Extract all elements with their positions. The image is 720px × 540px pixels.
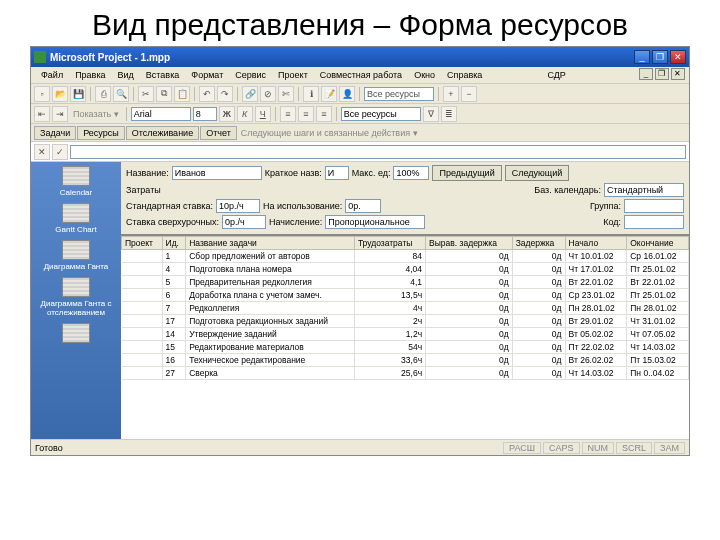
table-cell[interactable]: 0д bbox=[426, 250, 513, 263]
table-cell[interactable] bbox=[122, 263, 163, 276]
table-row[interactable]: 17Подготовка редакционных заданий2ч0д0дВ… bbox=[122, 315, 689, 328]
table-cell[interactable] bbox=[122, 250, 163, 263]
code-input[interactable] bbox=[624, 215, 684, 229]
doc-minimize-button[interactable]: _ bbox=[639, 68, 653, 80]
table-cell[interactable]: Сверка bbox=[186, 367, 355, 380]
align-right-icon[interactable]: ≡ bbox=[316, 106, 332, 122]
table-row[interactable]: 4Подготовка плана номера4,040д0дЧт 17.01… bbox=[122, 263, 689, 276]
task-grid[interactable]: ПроектИд.Название задачиТрудозатратыВыра… bbox=[121, 236, 689, 439]
table-cell[interactable]: 17 bbox=[162, 315, 186, 328]
table-cell[interactable]: 54ч bbox=[354, 341, 425, 354]
sidebar-item-gantt-ru[interactable]: Диаграмма Ганта bbox=[44, 240, 109, 271]
zoom-in-icon[interactable]: + bbox=[443, 86, 459, 102]
table-cell[interactable]: 1,2ч bbox=[354, 328, 425, 341]
table-cell[interactable] bbox=[122, 315, 163, 328]
table-cell[interactable]: Пт 15.03.02 bbox=[627, 354, 689, 367]
table-cell[interactable]: Пт 22.02.02 bbox=[565, 341, 627, 354]
table-cell[interactable]: 27 bbox=[162, 367, 186, 380]
table-cell[interactable]: Пн 28.01.02 bbox=[565, 302, 627, 315]
close-button[interactable]: ✕ bbox=[670, 50, 686, 64]
bold-icon[interactable]: Ж bbox=[219, 106, 235, 122]
table-cell[interactable]: 1 bbox=[162, 250, 186, 263]
column-header[interactable]: Окончание bbox=[627, 237, 689, 250]
filter-icon[interactable]: ∇ bbox=[423, 106, 439, 122]
prev-button[interactable]: Предыдущий bbox=[432, 165, 501, 181]
menu-tools[interactable]: Сервис bbox=[229, 68, 272, 82]
table-cell[interactable]: Техническое редактирование bbox=[186, 354, 355, 367]
table-row[interactable]: 15Редактирование материалов54ч0д0дПт 22.… bbox=[122, 341, 689, 354]
table-cell[interactable]: Вт 22.01.02 bbox=[627, 276, 689, 289]
table-cell[interactable] bbox=[122, 367, 163, 380]
sidebar-item-calendar[interactable]: Calendar bbox=[60, 166, 92, 197]
table-cell[interactable]: Пт 25.01.02 bbox=[627, 263, 689, 276]
minimize-button[interactable]: _ bbox=[634, 50, 650, 64]
table-cell[interactable]: 5 bbox=[162, 276, 186, 289]
font-size-input[interactable] bbox=[193, 107, 217, 121]
info-icon[interactable]: ℹ bbox=[303, 86, 319, 102]
table-cell[interactable]: Чт 31.01.02 bbox=[627, 315, 689, 328]
cancel-entry-icon[interactable]: ✕ bbox=[34, 144, 50, 160]
align-left-icon[interactable]: ≡ bbox=[280, 106, 296, 122]
table-cell[interactable]: 0д bbox=[426, 302, 513, 315]
menu-project[interactable]: Проект bbox=[272, 68, 314, 82]
table-cell[interactable]: Пн 0..04.02 bbox=[627, 367, 689, 380]
column-header[interactable]: Задержка bbox=[512, 237, 565, 250]
table-cell[interactable]: 0д bbox=[512, 302, 565, 315]
filter-input[interactable] bbox=[341, 107, 421, 121]
table-cell[interactable]: Чт 14.03.02 bbox=[565, 367, 627, 380]
tabs-hint[interactable]: Следующие шаги и связанные действия ▾ bbox=[238, 128, 421, 138]
table-cell[interactable]: 0д bbox=[512, 367, 565, 380]
table-cell[interactable]: 0д bbox=[512, 276, 565, 289]
tab-report[interactable]: Отчет bbox=[200, 126, 237, 140]
table-cell[interactable]: 0д bbox=[426, 289, 513, 302]
table-row[interactable]: 27Сверка25,6ч0д0дЧт 14.03.02Пн 0..04.02 bbox=[122, 367, 689, 380]
table-cell[interactable]: 4 bbox=[162, 263, 186, 276]
table-cell[interactable]: 16 bbox=[162, 354, 186, 367]
table-cell[interactable]: Утверждение заданий bbox=[186, 328, 355, 341]
table-cell[interactable]: Пт 25.01.02 bbox=[627, 289, 689, 302]
table-cell[interactable]: 4,04 bbox=[354, 263, 425, 276]
paste-icon[interactable]: 📋 bbox=[174, 86, 190, 102]
next-button[interactable]: Следующий bbox=[505, 165, 570, 181]
table-cell[interactable]: Пн 28.01.02 bbox=[627, 302, 689, 315]
table-cell[interactable]: Подготовка редакционных заданий bbox=[186, 315, 355, 328]
column-header[interactable]: Ид. bbox=[162, 237, 186, 250]
table-cell[interactable]: 84 bbox=[354, 250, 425, 263]
menu-edit[interactable]: Правка bbox=[69, 68, 111, 82]
column-header[interactable]: Проект bbox=[122, 237, 163, 250]
table-cell[interactable]: 0д bbox=[426, 263, 513, 276]
table-cell[interactable]: Чт 10.01.02 bbox=[565, 250, 627, 263]
table-cell[interactable]: 0д bbox=[426, 354, 513, 367]
save-icon[interactable]: 💾 bbox=[70, 86, 86, 102]
max-input[interactable] bbox=[393, 166, 429, 180]
table-cell[interactable]: 0д bbox=[426, 328, 513, 341]
short-input[interactable] bbox=[325, 166, 349, 180]
table-cell[interactable]: Предварительная редколлегия bbox=[186, 276, 355, 289]
unlink-icon[interactable]: ⊘ bbox=[260, 86, 276, 102]
menu-help[interactable]: Справка bbox=[441, 68, 488, 82]
redo-icon[interactable]: ↷ bbox=[217, 86, 233, 102]
table-cell[interactable]: 13,5ч bbox=[354, 289, 425, 302]
table-cell[interactable]: Редактирование материалов bbox=[186, 341, 355, 354]
table-cell[interactable]: 7 bbox=[162, 302, 186, 315]
table-cell[interactable]: 0д bbox=[512, 354, 565, 367]
table-cell[interactable] bbox=[122, 354, 163, 367]
table-cell[interactable]: Вт 26.02.02 bbox=[565, 354, 627, 367]
table-cell[interactable] bbox=[122, 328, 163, 341]
undo-icon[interactable]: ↶ bbox=[199, 86, 215, 102]
open-icon[interactable]: 📂 bbox=[52, 86, 68, 102]
menu-window[interactable]: Окно bbox=[408, 68, 441, 82]
sidebar-item-tracking-gantt[interactable]: Диаграмма Ганта с отслеживанием bbox=[33, 277, 119, 317]
menu-insert[interactable]: Вставка bbox=[140, 68, 185, 82]
table-cell[interactable]: Чт 17.01.02 bbox=[565, 263, 627, 276]
sidebar-item-more[interactable] bbox=[62, 323, 90, 345]
underline-icon[interactable]: Ч bbox=[255, 106, 271, 122]
accept-entry-icon[interactable]: ✓ bbox=[52, 144, 68, 160]
table-row[interactable]: 16Техническое редактирование33,6ч0д0дВт … bbox=[122, 354, 689, 367]
table-cell[interactable] bbox=[122, 302, 163, 315]
table-cell[interactable] bbox=[122, 276, 163, 289]
accrue-input[interactable] bbox=[325, 215, 425, 229]
entry-input[interactable] bbox=[70, 145, 686, 159]
split-icon[interactable]: ✄ bbox=[278, 86, 294, 102]
table-cell[interactable]: Вт 22.01.02 bbox=[565, 276, 627, 289]
